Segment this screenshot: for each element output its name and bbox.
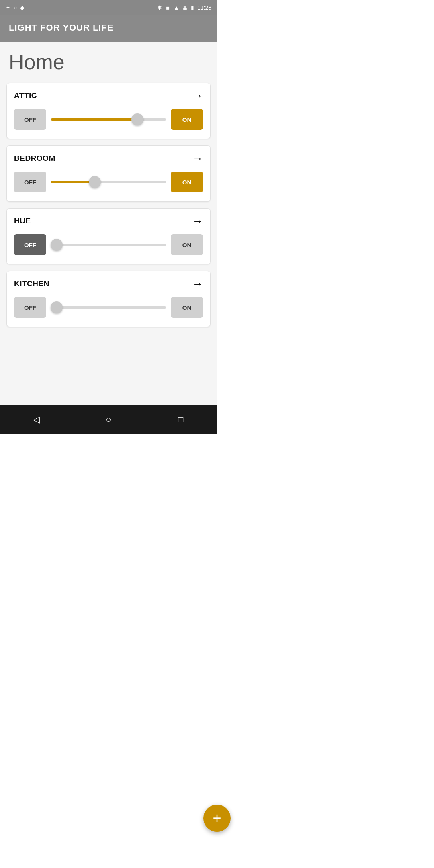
on-button-hue[interactable]: ON [171,234,203,255]
room-card-attic: ATTIC → OFF ON [6,83,211,139]
bluetooth-icon: ✱ [157,4,162,11]
room-header-attic: ATTIC → [14,90,203,101]
controls-row-bedroom: OFF ON [14,172,203,192]
off-button-bedroom[interactable]: OFF [14,172,46,192]
slider-hue[interactable] [51,234,166,255]
controls-row-kitchen: OFF ON [14,297,203,318]
room-name-bedroom: BEDROOM [14,154,55,163]
navigate-arrow-attic[interactable]: → [192,90,203,101]
room-name-attic: ATTIC [14,91,37,100]
clock: 11:28 [197,4,211,11]
wifi-icon: ▲ [174,4,179,11]
controls-row-hue: OFF ON [14,234,203,255]
status-bar-left: ✦ ○ ◆ [6,4,25,11]
nav-icon-status: ◆ [20,4,25,11]
slider-bedroom[interactable] [51,172,166,192]
room-name-kitchen: KITCHEN [14,279,49,288]
on-button-kitchen[interactable]: ON [171,297,203,318]
status-bar-right: ✱ ▣ ▲ ▦ ▮ 11:28 [157,4,211,11]
room-header-kitchen: KITCHEN → [14,278,203,289]
slider-kitchen[interactable] [51,297,166,318]
home-nav-icon: ○ [106,414,111,425]
controls-row-attic: OFF ON [14,109,203,130]
back-icon: ◁ [33,414,40,425]
room-card-hue: HUE → OFF ON [6,208,211,264]
rooms-container: ATTIC → OFF ON BEDROOM → OFF [6,83,211,327]
slider-thumb-kitchen[interactable] [51,301,63,313]
on-button-bedroom[interactable]: ON [171,172,203,192]
navigate-arrow-hue[interactable]: → [192,216,203,226]
vibrate-icon: ▣ [165,4,170,11]
off-button-attic[interactable]: OFF [14,109,46,130]
slider-thumb-hue[interactable] [51,239,63,251]
notification-icon: ✦ [6,4,10,11]
app-bar: LIGHT FOR YOUR LIFE [0,15,217,42]
on-button-attic[interactable]: ON [171,109,203,130]
recents-icon: □ [178,414,183,425]
signal-off-icon: ▦ [182,4,188,11]
page-heading: Home [6,50,211,74]
slider-track-kitchen [51,306,166,309]
room-card-kitchen: KITCHEN → OFF ON [6,271,211,327]
slider-track-bedroom [51,181,166,183]
slider-thumb-bedroom[interactable] [89,176,101,188]
room-name-hue: HUE [14,217,31,225]
slider-attic[interactable] [51,109,166,130]
slider-fill-bedroom [51,181,95,183]
slider-fill-attic [51,118,137,121]
home-button[interactable]: ○ [100,411,117,428]
recents-button[interactable]: □ [172,411,190,428]
app-title: LIGHT FOR YOUR LIFE [9,23,114,33]
room-header-hue: HUE → [14,216,203,226]
bottom-nav: ◁ ○ □ [0,405,217,434]
main-content: Home ATTIC → OFF ON BEDROOM → [0,42,217,405]
battery-icon: ▮ [191,4,194,11]
room-header-bedroom: BEDROOM → [14,153,203,164]
off-button-hue[interactable]: OFF [14,234,46,255]
navigate-arrow-kitchen[interactable]: → [192,278,203,289]
slider-track-hue [51,244,166,246]
navigate-arrow-bedroom[interactable]: → [192,153,203,164]
slider-track-attic [51,118,166,121]
slider-thumb-attic[interactable] [131,113,143,125]
back-button[interactable]: ◁ [27,411,45,428]
room-card-bedroom: BEDROOM → OFF ON [6,145,211,202]
circle-icon: ○ [14,4,17,11]
status-bar: ✦ ○ ◆ ✱ ▣ ▲ ▦ ▮ 11:28 [0,0,217,15]
off-button-kitchen[interactable]: OFF [14,297,46,318]
